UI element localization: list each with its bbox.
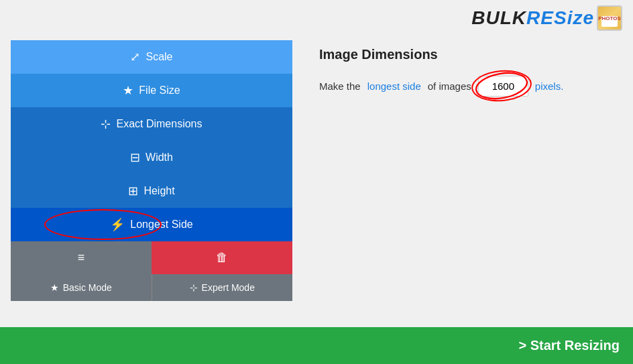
dimension-row: Make the longest side of images pixels. [319, 76, 609, 97]
logo: BULKRESize photos [471, 5, 622, 31]
list-button[interactable]: ≡ [11, 241, 152, 274]
logo-resize: RESize [526, 7, 594, 28]
sidebar-item-file-size[interactable]: ★ File Size [11, 74, 292, 107]
sidebar-item-file-size-label: File Size [139, 84, 180, 97]
height-icon: ⊞ [128, 184, 138, 198]
sidebar-item-longest-side-label: Longest Side [130, 219, 192, 231]
sidebar-item-scale[interactable]: ⤢ Scale [11, 40, 292, 74]
mode-buttons: ★ Basic Mode ⊹ Expert Mode [11, 274, 292, 301]
main-content: ⤢ Scale ★ File Size ⊹ Exact Dimensions ⊟… [0, 34, 633, 324]
expert-mode-icon: ⊹ [190, 282, 198, 293]
header: BULKRESize photos [0, 0, 633, 34]
sidebar-item-scale-label: Scale [146, 51, 172, 63]
pixel-input-wrapper [478, 76, 528, 97]
start-resizing-button[interactable]: > Start Resizing [518, 338, 620, 353]
basic-mode-label: Basic Mode [63, 282, 112, 293]
sidebar: ⤢ Scale ★ File Size ⊹ Exact Dimensions ⊟… [11, 40, 292, 317]
sidebar-item-exact-dimensions-label: Exact Dimensions [116, 118, 202, 130]
sidebar-item-exact-dimensions[interactable]: ⊹ Exact Dimensions [11, 107, 292, 141]
footer: > Start Resizing [0, 327, 633, 364]
basic-mode-icon: ★ [50, 282, 59, 293]
right-content: Image Dimensions Make the longest side o… [306, 40, 622, 317]
delete-button[interactable]: 🗑 [152, 241, 292, 274]
sidebar-item-height[interactable]: ⊞ Height [11, 174, 292, 208]
page-title: Image Dimensions [319, 47, 609, 62]
desc-highlight: longest side [367, 80, 421, 92]
list-icon: ≡ [78, 251, 85, 265]
expert-mode-label: Expert Mode [202, 282, 255, 293]
logo-text: BULKRESize [471, 7, 594, 29]
exact-dimensions-icon: ⊹ [101, 117, 111, 131]
sidebar-item-height-label: Height [143, 185, 174, 197]
expert-mode-button[interactable]: ⊹ Expert Mode [152, 274, 293, 301]
file-size-icon: ★ [123, 83, 133, 98]
width-icon: ⊟ [130, 150, 140, 165]
logo-photos: photos [597, 5, 622, 31]
sidebar-item-width-label: Width [146, 151, 173, 164]
pixel-value-input[interactable] [478, 76, 528, 97]
sidebar-action-buttons: ≡ 🗑 [11, 241, 292, 274]
desc-suffix: of images [428, 80, 471, 92]
basic-mode-button[interactable]: ★ Basic Mode [11, 274, 152, 301]
pixels-label: pixels. [535, 80, 564, 92]
start-resizing-label: > Start Resizing [518, 338, 620, 353]
logo-bulk: BULK [471, 7, 526, 28]
delete-icon: 🗑 [216, 251, 228, 265]
desc-prefix: Make the [319, 80, 361, 92]
sidebar-item-longest-side[interactable]: ⚡ Longest Side [11, 208, 292, 241]
longest-side-icon: ⚡ [110, 217, 125, 232]
sidebar-item-width[interactable]: ⊟ Width [11, 141, 292, 174]
scale-icon: ⤢ [130, 50, 140, 64]
